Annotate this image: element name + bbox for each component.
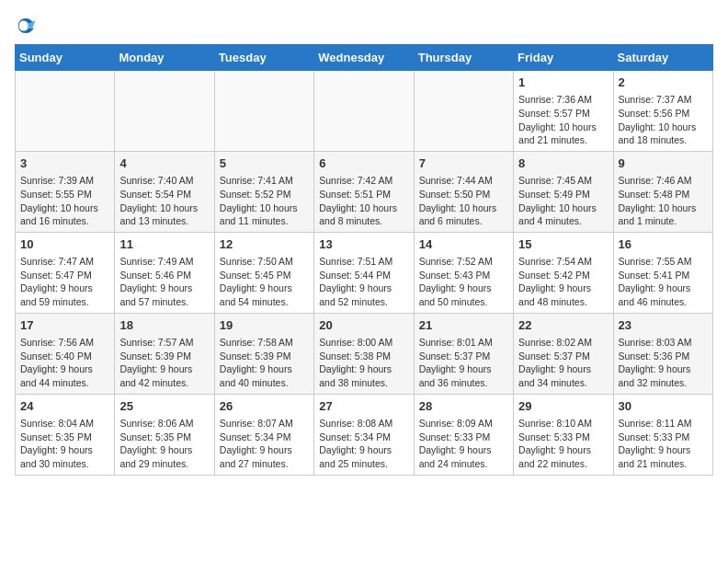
calendar-cell: 3Sunrise: 7:39 AM Sunset: 5:55 PM Daylig…	[16, 151, 115, 232]
day-number: 5	[220, 155, 309, 172]
day-info: Sunrise: 7:40 AM Sunset: 5:54 PM Dayligh…	[119, 174, 209, 228]
page-header	[15, 15, 713, 37]
day-number: 6	[319, 155, 408, 172]
day-info: Sunrise: 7:49 AM Sunset: 5:46 PM Dayligh…	[119, 255, 209, 309]
weekday-header-friday: Friday	[514, 45, 613, 71]
calendar-cell: 28Sunrise: 8:09 AM Sunset: 5:33 PM Dayli…	[414, 394, 513, 475]
day-number: 26	[220, 398, 309, 415]
day-info: Sunrise: 8:01 AM Sunset: 5:37 PM Dayligh…	[419, 336, 508, 390]
day-info: Sunrise: 8:00 AM Sunset: 5:38 PM Dayligh…	[319, 336, 408, 390]
calendar-cell: 13Sunrise: 7:51 AM Sunset: 5:44 PM Dayli…	[314, 232, 414, 313]
weekday-header-saturday: Saturday	[613, 45, 712, 71]
calendar-cell	[314, 71, 414, 152]
day-number: 22	[518, 317, 608, 334]
day-info: Sunrise: 7:39 AM Sunset: 5:55 PM Dayligh…	[20, 174, 109, 228]
day-info: Sunrise: 7:56 AM Sunset: 5:40 PM Dayligh…	[20, 336, 109, 390]
day-number: 16	[619, 236, 708, 253]
day-number: 13	[319, 236, 408, 253]
calendar-cell: 4Sunrise: 7:40 AM Sunset: 5:54 PM Daylig…	[115, 151, 214, 232]
day-info: Sunrise: 8:04 AM Sunset: 5:35 PM Dayligh…	[20, 417, 109, 471]
day-info: Sunrise: 8:06 AM Sunset: 5:35 PM Dayligh…	[119, 417, 209, 471]
week-row-4: 17Sunrise: 7:56 AM Sunset: 5:40 PM Dayli…	[16, 313, 713, 394]
calendar-cell: 18Sunrise: 7:57 AM Sunset: 5:39 PM Dayli…	[115, 313, 214, 394]
day-number: 17	[20, 317, 109, 334]
day-info: Sunrise: 7:37 AM Sunset: 5:56 PM Dayligh…	[619, 93, 708, 147]
day-info: Sunrise: 8:08 AM Sunset: 5:34 PM Dayligh…	[319, 417, 408, 471]
calendar-cell: 20Sunrise: 8:00 AM Sunset: 5:38 PM Dayli…	[314, 313, 414, 394]
calendar-cell: 8Sunrise: 7:45 AM Sunset: 5:49 PM Daylig…	[514, 151, 613, 232]
calendar-cell: 26Sunrise: 8:07 AM Sunset: 5:34 PM Dayli…	[214, 394, 313, 475]
calendar-cell: 21Sunrise: 8:01 AM Sunset: 5:37 PM Dayli…	[414, 313, 513, 394]
day-info: Sunrise: 7:46 AM Sunset: 5:48 PM Dayligh…	[619, 174, 708, 228]
calendar-cell	[16, 71, 115, 152]
day-number: 7	[419, 155, 508, 172]
weekday-header-row: SundayMondayTuesdayWednesdayThursdayFrid…	[16, 45, 713, 71]
calendar-cell: 9Sunrise: 7:46 AM Sunset: 5:48 PM Daylig…	[613, 151, 712, 232]
calendar-cell	[115, 71, 214, 152]
calendar-cell: 2Sunrise: 7:37 AM Sunset: 5:56 PM Daylig…	[613, 71, 712, 152]
day-info: Sunrise: 7:52 AM Sunset: 5:43 PM Dayligh…	[419, 255, 508, 309]
calendar-cell: 11Sunrise: 7:49 AM Sunset: 5:46 PM Dayli…	[115, 232, 214, 313]
week-row-5: 24Sunrise: 8:04 AM Sunset: 5:35 PM Dayli…	[16, 394, 713, 475]
calendar-cell: 25Sunrise: 8:06 AM Sunset: 5:35 PM Dayli…	[115, 394, 214, 475]
day-number: 14	[419, 236, 508, 253]
day-info: Sunrise: 7:47 AM Sunset: 5:47 PM Dayligh…	[20, 255, 109, 309]
day-info: Sunrise: 7:57 AM Sunset: 5:39 PM Dayligh…	[119, 336, 209, 390]
day-info: Sunrise: 7:54 AM Sunset: 5:42 PM Dayligh…	[518, 255, 608, 309]
day-number: 2	[619, 75, 708, 91]
day-number: 30	[619, 398, 708, 415]
day-number: 10	[20, 236, 109, 253]
calendar-cell: 23Sunrise: 8:03 AM Sunset: 5:36 PM Dayli…	[613, 313, 712, 394]
day-info: Sunrise: 8:10 AM Sunset: 5:33 PM Dayligh…	[518, 417, 608, 471]
day-number: 12	[220, 236, 309, 253]
calendar-table: SundayMondayTuesdayWednesdayThursdayFrid…	[15, 44, 713, 476]
calendar-cell: 15Sunrise: 7:54 AM Sunset: 5:42 PM Dayli…	[514, 232, 613, 313]
day-info: Sunrise: 7:36 AM Sunset: 5:57 PM Dayligh…	[518, 93, 608, 147]
calendar-cell: 5Sunrise: 7:41 AM Sunset: 5:52 PM Daylig…	[214, 151, 313, 232]
day-number: 27	[319, 398, 408, 415]
calendar-cell	[214, 71, 313, 152]
day-info: Sunrise: 7:44 AM Sunset: 5:50 PM Dayligh…	[419, 174, 508, 228]
calendar-cell: 22Sunrise: 8:02 AM Sunset: 5:37 PM Dayli…	[514, 313, 613, 394]
day-info: Sunrise: 8:02 AM Sunset: 5:37 PM Dayligh…	[518, 336, 608, 390]
calendar-cell: 30Sunrise: 8:11 AM Sunset: 5:33 PM Dayli…	[613, 394, 712, 475]
logo-icon	[15, 15, 37, 37]
calendar-cell	[414, 71, 513, 152]
calendar-cell: 29Sunrise: 8:10 AM Sunset: 5:33 PM Dayli…	[514, 394, 613, 475]
weekday-header-thursday: Thursday	[414, 45, 513, 71]
weekday-header-monday: Monday	[115, 45, 214, 71]
day-number: 4	[119, 155, 209, 172]
day-info: Sunrise: 8:11 AM Sunset: 5:33 PM Dayligh…	[619, 417, 708, 471]
weekday-header-sunday: Sunday	[16, 45, 115, 71]
calendar-cell: 12Sunrise: 7:50 AM Sunset: 5:45 PM Dayli…	[214, 232, 313, 313]
day-info: Sunrise: 7:51 AM Sunset: 5:44 PM Dayligh…	[319, 255, 408, 309]
week-row-3: 10Sunrise: 7:47 AM Sunset: 5:47 PM Dayli…	[16, 232, 713, 313]
day-number: 29	[518, 398, 608, 415]
day-number: 23	[619, 317, 708, 334]
calendar-cell: 16Sunrise: 7:55 AM Sunset: 5:41 PM Dayli…	[613, 232, 712, 313]
calendar-cell: 1Sunrise: 7:36 AM Sunset: 5:57 PM Daylig…	[514, 71, 613, 152]
day-number: 8	[518, 155, 608, 172]
day-info: Sunrise: 7:42 AM Sunset: 5:51 PM Dayligh…	[319, 174, 408, 228]
day-number: 20	[319, 317, 408, 334]
day-number: 3	[20, 155, 109, 172]
weekday-header-wednesday: Wednesday	[314, 45, 414, 71]
day-number: 15	[518, 236, 608, 253]
week-row-1: 1Sunrise: 7:36 AM Sunset: 5:57 PM Daylig…	[16, 71, 713, 152]
day-number: 28	[419, 398, 508, 415]
day-number: 1	[518, 75, 608, 91]
day-number: 11	[119, 236, 209, 253]
day-number: 25	[119, 398, 209, 415]
day-info: Sunrise: 7:50 AM Sunset: 5:45 PM Dayligh…	[220, 255, 309, 309]
day-info: Sunrise: 8:03 AM Sunset: 5:36 PM Dayligh…	[619, 336, 708, 390]
calendar-cell: 24Sunrise: 8:04 AM Sunset: 5:35 PM Dayli…	[16, 394, 115, 475]
calendar-cell: 7Sunrise: 7:44 AM Sunset: 5:50 PM Daylig…	[414, 151, 513, 232]
day-number: 21	[419, 317, 508, 334]
calendar-cell: 17Sunrise: 7:56 AM Sunset: 5:40 PM Dayli…	[16, 313, 115, 394]
day-number: 9	[619, 155, 708, 172]
calendar-cell: 10Sunrise: 7:47 AM Sunset: 5:47 PM Dayli…	[16, 232, 115, 313]
day-info: Sunrise: 7:41 AM Sunset: 5:52 PM Dayligh…	[220, 174, 309, 228]
day-info: Sunrise: 8:07 AM Sunset: 5:34 PM Dayligh…	[220, 417, 309, 471]
day-info: Sunrise: 7:55 AM Sunset: 5:41 PM Dayligh…	[619, 255, 708, 309]
weekday-header-tuesday: Tuesday	[214, 45, 313, 71]
